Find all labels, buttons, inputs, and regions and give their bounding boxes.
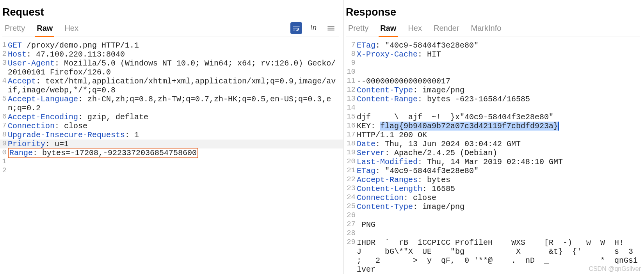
code-content[interactable] xyxy=(357,229,644,238)
code-content[interactable]: Last-Modified: Thu, 14 Mar 2019 02:48:10… xyxy=(357,157,644,166)
line-number: 10 xyxy=(343,68,357,76)
code-content[interactable]: IHDR ` rB iCCPICC ProfileH WXS [R -) w W… xyxy=(357,238,644,274)
line-number: 7 xyxy=(343,41,357,49)
line-number: 14 xyxy=(343,104,357,112)
code-line: 4Accept: text/html,application/xhtml+xml… xyxy=(0,77,343,95)
tab-raw[interactable]: Raw xyxy=(36,21,53,37)
code-content[interactable]: Connection: close xyxy=(8,122,343,131)
code-content[interactable] xyxy=(357,104,644,113)
code-content[interactable]: ETag: "40c9-58404f3e28e80" xyxy=(357,166,644,175)
tab-hex[interactable]: Hex xyxy=(407,21,423,37)
code-content[interactable]: Host: 47.100.220.113:8040 xyxy=(8,50,343,59)
request-tabs: Pretty Raw Hex xyxy=(2,21,79,37)
response-tabs-row: Pretty Raw Hex Render MarkInfo xyxy=(346,21,640,37)
code-content[interactable] xyxy=(357,59,644,68)
code-line: 15djf \ ajf ~! }x"40c9-58404f3e28e80" xyxy=(343,113,644,122)
code-content[interactable]: Content-Length: 16585 xyxy=(357,184,644,193)
line-number: 21 xyxy=(343,166,357,175)
line-number: 13 xyxy=(343,95,357,103)
request-tabs-row: Pretty Raw Hex \n xyxy=(2,21,339,37)
code-line: 0Range: bytes=-17208,-922337203685475860… xyxy=(0,148,343,157)
line-number: 0 xyxy=(0,148,8,157)
line-number: 20 xyxy=(343,157,357,166)
code-content[interactable]: User-Agent: Mozilla/5.0 (Windows NT 10.0… xyxy=(8,59,343,77)
code-content[interactable]: X-Proxy-Cache: HIT xyxy=(357,50,644,59)
code-content[interactable]: HTTP/1.1 200 OK xyxy=(357,131,644,140)
code-content[interactable]: Connection: close xyxy=(357,193,644,202)
code-content[interactable]: Priority: u=1 xyxy=(8,140,343,148)
code-line: 1GET /proxy/demo.png HTTP/1.1 xyxy=(0,41,343,50)
code-content[interactable] xyxy=(357,211,644,220)
code-line: 21ETag: "40c9-58404f3e28e80" xyxy=(343,166,644,175)
code-content[interactable]: Content-Type: image/png xyxy=(357,86,644,95)
code-line: 25Content-Type: image/png xyxy=(343,202,644,211)
code-content[interactable] xyxy=(8,166,343,175)
line-number: 1 xyxy=(0,157,8,166)
request-header: Request Pretty Raw Hex \n xyxy=(0,0,343,39)
selected-text[interactable]: flag{9b940a9b72a07c3d42119f7cbdfd923a} xyxy=(380,122,558,131)
newline-toggle[interactable]: \n xyxy=(311,24,317,32)
request-tools: \n xyxy=(290,22,339,36)
request-title: Request xyxy=(2,6,339,18)
request-code-area[interactable]: 1GET /proxy/demo.png HTTP/1.12Host: 47.1… xyxy=(0,39,343,274)
code-content[interactable]: KEY: flag{9b940a9b72a07c3d42119f7cbdfd92… xyxy=(357,122,644,131)
tab-hex[interactable]: Hex xyxy=(64,21,79,37)
code-content[interactable]: Accept-Ranges: bytes xyxy=(357,175,644,184)
code-content[interactable]: Upgrade-Insecure-Requests: 1 xyxy=(8,131,343,140)
line-number: 12 xyxy=(343,86,357,94)
code-line: 28 xyxy=(343,229,644,238)
response-panel: Response Pretty Raw Hex Render MarkInfo … xyxy=(343,0,644,274)
line-number: 8 xyxy=(0,131,8,139)
code-content[interactable]: Content-Range: bytes -623-16584/16585 xyxy=(357,95,644,104)
code-line: 8Upgrade-Insecure-Requests: 1 xyxy=(0,131,343,140)
code-content[interactable]: PNG xyxy=(357,220,644,229)
code-line: 16KEY: flag{9b940a9b72a07c3d42119f7cbdfd… xyxy=(343,122,644,131)
code-content[interactable]: Accept: text/html,application/xhtml+xml,… xyxy=(8,77,343,95)
code-line: 5Accept-Language: zh-CN,zh;q=0.8,zh-TW;q… xyxy=(0,95,343,113)
code-line: 14 xyxy=(343,104,644,113)
line-number: 2 xyxy=(0,50,8,58)
code-line: 27 PNG xyxy=(343,220,644,229)
line-number: 23 xyxy=(343,184,357,193)
code-content[interactable]: GET /proxy/demo.png HTTP/1.1 xyxy=(8,41,343,50)
code-content[interactable]: Range: bytes=-17208,-9223372036854758600 xyxy=(8,148,343,157)
code-line: 7Connection: close xyxy=(0,122,343,131)
code-line: 1 xyxy=(0,157,343,166)
tab-pretty[interactable]: Pretty xyxy=(347,21,369,37)
hamburger-icon[interactable] xyxy=(325,22,337,34)
tab-render[interactable]: Render xyxy=(433,21,460,37)
tab-markinfo[interactable]: MarkInfo xyxy=(470,21,502,37)
code-content[interactable]: Server: Apache/2.4.25 (Debian) xyxy=(357,148,644,157)
line-number: 27 xyxy=(343,220,357,229)
line-number: 22 xyxy=(343,175,357,184)
code-line: 19Server: Apache/2.4.25 (Debian) xyxy=(343,148,644,157)
code-content[interactable] xyxy=(8,157,343,166)
code-line: 8X-Proxy-Cache: HIT xyxy=(343,50,644,59)
tab-raw[interactable]: Raw xyxy=(379,21,397,37)
line-number: 29 xyxy=(343,238,357,247)
code-line: 10 xyxy=(343,68,644,77)
code-line: 6Accept-Encoding: gzip, deflate xyxy=(0,113,343,122)
code-content[interactable] xyxy=(357,68,644,77)
highlighted-range: Range: bytes=-17208,-9223372036854758600 xyxy=(8,148,198,158)
code-line: 9Priority: u=1 xyxy=(0,140,343,148)
line-number: 5 xyxy=(0,95,8,103)
code-line: 12Content-Type: image/png xyxy=(343,86,644,95)
wrap-icon[interactable] xyxy=(290,22,302,34)
response-code-area[interactable]: 7ETag: "40c9-58404f3e28e80"8X-Proxy-Cach… xyxy=(343,39,644,274)
code-line: 18Date: Thu, 13 Jun 2024 03:04:42 GMT xyxy=(343,140,644,148)
line-number: 6 xyxy=(0,113,8,121)
line-number: 28 xyxy=(343,229,357,238)
code-content[interactable]: --000000000000000017 xyxy=(357,77,644,86)
code-content[interactable]: Content-Type: image/png xyxy=(357,202,644,211)
line-number: 25 xyxy=(343,202,357,211)
code-line: 9 xyxy=(343,59,644,68)
line-number: 8 xyxy=(343,50,357,58)
code-content[interactable]: ETag: "40c9-58404f3e28e80" xyxy=(357,41,644,50)
tab-pretty[interactable]: Pretty xyxy=(4,21,26,37)
code-content[interactable]: Accept-Language: zh-CN,zh;q=0.8,zh-TW;q=… xyxy=(8,95,343,113)
code-content[interactable]: Accept-Encoding: gzip, deflate xyxy=(8,113,343,122)
code-content[interactable]: djf \ ajf ~! }x"40c9-58404f3e28e80" xyxy=(357,113,644,122)
code-line: 17HTTP/1.1 200 OK xyxy=(343,131,644,140)
code-content[interactable]: Date: Thu, 13 Jun 2024 03:04:42 GMT xyxy=(357,140,644,148)
